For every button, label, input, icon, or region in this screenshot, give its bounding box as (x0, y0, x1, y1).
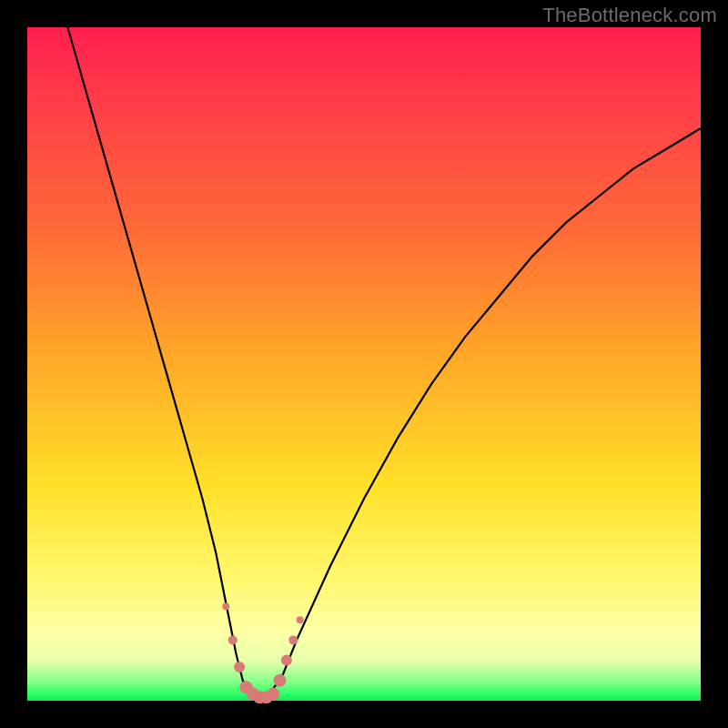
highlight-dot (228, 635, 238, 644)
highlight-dot (297, 616, 304, 623)
chart-frame: TheBottleneck.com (0, 0, 728, 728)
highlight-dot (288, 635, 298, 644)
highlight-dot (274, 674, 287, 687)
plot-area (27, 27, 701, 701)
highlight-dot (267, 688, 279, 701)
highlight-dot (234, 662, 245, 672)
watermark-text: TheBottleneck.com (542, 4, 717, 27)
curve-svg (27, 27, 701, 701)
highlight-dot (222, 602, 229, 610)
highlight-dot (281, 655, 292, 666)
bottleneck-curve (67, 27, 701, 701)
